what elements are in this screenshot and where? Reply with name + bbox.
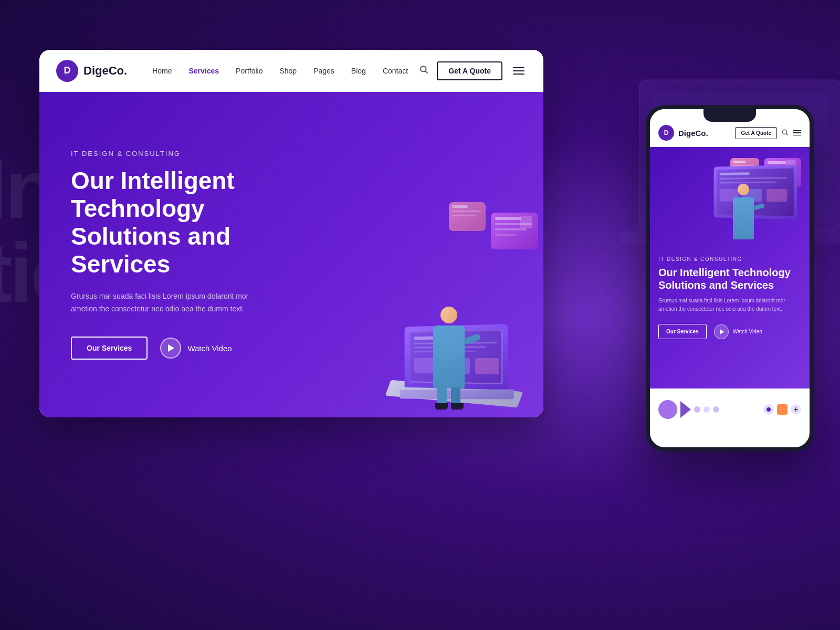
svg-rect-10 [495, 228, 527, 230]
mini-iso-scene [680, 155, 806, 250]
hero-subtitle: IT Design & Consulting [71, 150, 323, 158]
hero-description: Grursus mal suada faci lisis Lorem ipsum… [71, 290, 270, 316]
mobile-bottom-icon-3: + [791, 404, 801, 415]
mobile-search-icon[interactable] [781, 129, 789, 138]
svg-rect-33 [720, 177, 787, 180]
logo[interactable]: D DigeCo. [56, 60, 127, 82]
mobile-bottom-icon-1 [763, 404, 774, 415]
svg-rect-22 [475, 358, 499, 374]
svg-point-23 [782, 130, 786, 134]
mobile-our-services-button[interactable]: Our Services [658, 324, 707, 339]
search-button[interactable] [419, 65, 428, 77]
nav-pages[interactable]: Pages [313, 67, 334, 75]
svg-line-24 [786, 133, 788, 135]
person-leg-left [437, 387, 447, 404]
mobile-bottom-icon-2 [777, 404, 788, 415]
mobile-hero-title: Our Intelligent Technology Solutions and… [658, 266, 801, 291]
mobile-bottom-arrow [680, 401, 691, 418]
person-shoe-left [435, 403, 448, 410]
mobile-get-quote-button[interactable]: Get A Quote [735, 127, 777, 139]
desktop-card: D DigeCo. Home Services Portfolio Shop P… [39, 50, 543, 417]
mobile-watch-video-button[interactable]: Watch Video [714, 324, 762, 339]
svg-rect-13 [452, 205, 468, 208]
hero-actions: Our Services Watch Video [71, 337, 323, 360]
svg-rect-11 [495, 234, 516, 236]
hero-title: Our Intelligent Technology Solutions and… [71, 167, 323, 278]
nav-links: Home Services Portfolio Shop Pages Blog … [152, 67, 419, 75]
logo-name: DigeCo. [83, 64, 127, 78]
nav-services[interactable]: Services [188, 67, 219, 75]
svg-rect-14 [452, 211, 481, 212]
person-body [433, 326, 465, 388]
person-figure [433, 326, 465, 388]
mobile-bottom-circle-1 [658, 400, 677, 419]
watch-video-label: Watch Video [187, 344, 232, 353]
nav-home[interactable]: Home [152, 67, 172, 75]
svg-rect-32 [720, 172, 750, 175]
nav-shop[interactable]: Shop [279, 67, 297, 75]
hero-content: IT Design & Consulting Our Intelligent T… [71, 150, 323, 360]
mobile-hero-description: Grursus mal suada faci lisis Lorem ipsum… [658, 297, 801, 313]
mobile-menu-line-2 [793, 132, 801, 133]
mobile-notch [704, 109, 756, 122]
float-card-1 [491, 213, 538, 249]
iso-scene [333, 181, 543, 417]
hero-illustration [333, 181, 543, 417]
mobile-watch-video-label: Watch Video [733, 329, 762, 334]
mobile-card: D DigeCo. Get A Quote [646, 105, 814, 452]
mobile-menu-line-3 [793, 135, 801, 136]
svg-rect-25 [733, 161, 746, 163]
hero-section: IT Design & Consulting Our Intelligent T… [39, 92, 543, 417]
svg-point-6 [421, 66, 426, 72]
mini-laptop [714, 165, 797, 219]
get-quote-button[interactable]: Get A Quote [437, 61, 502, 80]
mobile-hero-subtitle: IT Design & Consulting [658, 256, 801, 262]
nav-actions: Get A Quote [419, 61, 527, 80]
menu-line-2 [513, 70, 524, 71]
svg-line-7 [426, 71, 428, 73]
mobile-hero-actions: Our Services Watch Video [658, 324, 801, 339]
play-triangle [168, 344, 174, 352]
mobile-hero: IT Design & Consulting Our Intelligent T… [650, 147, 810, 388]
svg-rect-34 [720, 182, 776, 184]
mobile-play-icon [714, 324, 729, 339]
svg-rect-8 [495, 217, 521, 220]
person-leg-right [451, 387, 460, 404]
mobile-menu-line-1 [793, 130, 801, 131]
navbar: D DigeCo. Home Services Portfolio Shop P… [39, 50, 543, 92]
mobile-bottom-dot-3 [713, 406, 719, 413]
svg-rect-12 [520, 216, 532, 228]
person-head [440, 307, 457, 323]
mini-person-body [733, 197, 754, 239]
nav-contact[interactable]: Contact [383, 67, 408, 75]
menu-button[interactable] [511, 65, 527, 77]
nav-blog[interactable]: Blog [351, 67, 366, 75]
menu-line-3 [513, 74, 524, 75]
logo-icon: D [56, 60, 78, 82]
person-shoe-right [451, 403, 464, 410]
mobile-bottom-section: + [650, 388, 810, 430]
mobile-hero-illustration [658, 155, 801, 250]
svg-rect-28 [768, 161, 786, 164]
mini-person [733, 197, 754, 239]
svg-rect-37 [766, 189, 787, 202]
mobile-bottom-dot-2 [704, 406, 710, 413]
menu-line-1 [513, 67, 524, 68]
svg-rect-15 [452, 215, 476, 216]
float-card-2 [449, 202, 486, 231]
play-icon [160, 338, 181, 359]
mobile-menu-icon[interactable] [793, 130, 801, 136]
mini-person-head [738, 184, 749, 195]
mobile-logo-name: DigeCo. [678, 129, 731, 138]
mobile-play-triangle [720, 329, 724, 334]
our-services-button[interactable]: Our Services [71, 337, 148, 360]
mobile-logo-icon: D [658, 125, 674, 141]
nav-portfolio[interactable]: Portfolio [236, 67, 262, 75]
watch-video-button[interactable]: Watch Video [160, 338, 232, 359]
mobile-bottom-dot-1 [694, 406, 700, 413]
